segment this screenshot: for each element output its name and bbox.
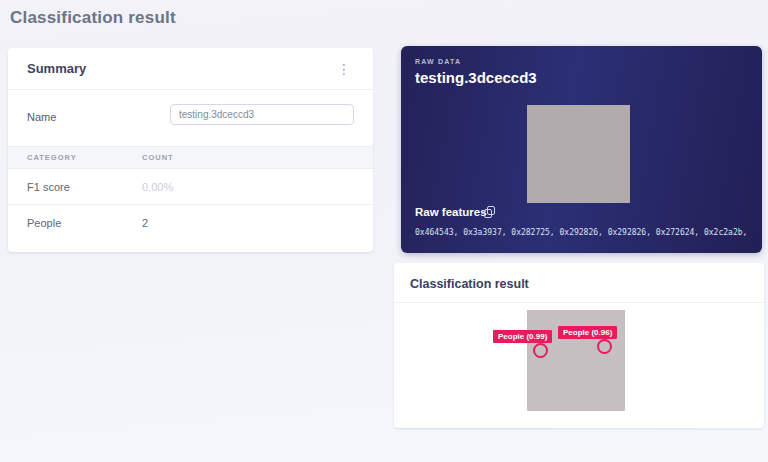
column-header-category: CATEGORY (27, 153, 77, 162)
name-label: Name (27, 111, 56, 123)
detection-label: People (0.99) (493, 330, 552, 343)
raw-features-label: Raw features (415, 206, 487, 218)
raw-data-eyebrow: RAW DATA (415, 58, 461, 65)
row-category: F1 score (27, 181, 70, 193)
raw-features-values: 0x464543, 0x3a3937, 0x282725, 0x292826, … (415, 228, 749, 237)
detection-label: People (0.96) (558, 326, 617, 339)
summary-card: Summary ⋮ Name CATEGORY COUNT F1 score 0… (8, 48, 373, 252)
kebab-menu-icon[interactable]: ⋮ (331, 60, 357, 78)
row-count: 2 (142, 217, 148, 229)
raw-sample-image (527, 105, 630, 203)
detection-marker-circle (597, 339, 612, 354)
summary-card-header: Summary ⋮ (8, 48, 373, 90)
copy-icon[interactable] (484, 206, 495, 218)
classification-result-title: Classification result (394, 263, 764, 303)
detection-marker-circle (533, 343, 548, 358)
name-row: Name (8, 90, 373, 146)
row-category: People (27, 217, 61, 229)
column-header-count: COUNT (142, 153, 174, 162)
classification-result-card: Classification result People (0.99) Peop… (394, 263, 764, 428)
page-title: Classification result (10, 8, 176, 28)
table-row: F1 score 0.00% (8, 169, 373, 205)
raw-data-title: testing.3dceccd3 (415, 69, 537, 86)
name-input[interactable] (170, 104, 354, 125)
summary-card-title: Summary (27, 61, 86, 76)
row-count: 0.00% (142, 181, 173, 193)
table-row: People 2 (8, 205, 373, 241)
raw-data-card: RAW DATA testing.3dceccd3 Raw features 0… (401, 46, 762, 253)
summary-table-header: CATEGORY COUNT (8, 146, 373, 169)
